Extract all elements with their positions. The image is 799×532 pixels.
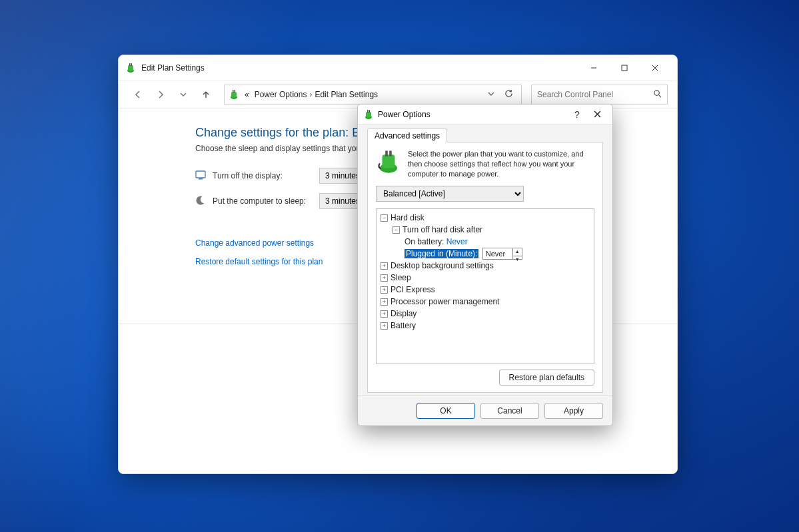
svg-rect-10 (233, 90, 234, 93)
expand-icon[interactable]: + (381, 274, 388, 282)
svg-rect-28 (385, 150, 388, 156)
tree-turn-off-hd[interactable]: Turn off hard disk after (402, 225, 482, 234)
help-button[interactable]: ? (567, 109, 587, 120)
svg-rect-3 (131, 63, 133, 66)
sleep-timeout-label: Put the computer to sleep: (213, 196, 319, 206)
svg-line-13 (658, 95, 661, 97)
power-options-icon (229, 89, 239, 100)
svg-rect-11 (235, 90, 236, 93)
svg-rect-1 (128, 65, 133, 71)
display-icon (195, 170, 209, 182)
dialog-title: Power Options (378, 110, 430, 119)
breadcrumb-edit-plan[interactable]: Edit Plan Settings (312, 90, 381, 99)
settings-tree[interactable]: −Hard disk −Turn off hard disk after On … (376, 208, 594, 364)
svg-rect-27 (383, 154, 395, 168)
svg-rect-23 (369, 110, 371, 113)
tree-sleep[interactable]: Sleep (391, 273, 411, 282)
ok-button[interactable]: OK (416, 403, 475, 419)
apply-button[interactable]: Apply (544, 403, 603, 419)
minimize-button[interactable] (578, 57, 609, 79)
restore-plan-defaults-button[interactable]: Restore plan defaults (499, 370, 594, 386)
svg-rect-19 (199, 178, 203, 180)
back-button[interactable] (128, 85, 148, 105)
plugged-in-label[interactable]: Plugged in (Minute): (404, 249, 478, 258)
svg-rect-9 (231, 92, 237, 97)
svg-rect-2 (129, 63, 131, 66)
cancel-button[interactable]: Cancel (480, 403, 539, 419)
address-bar[interactable]: « Power Options › Edit Plan Settings (224, 85, 522, 105)
tab-panel: Select the power plan that you want to c… (367, 142, 603, 393)
plugged-in-value[interactable]: Never (483, 248, 512, 259)
svg-rect-22 (367, 110, 369, 113)
spinner-down[interactable]: ▼ (513, 256, 522, 264)
collapse-icon[interactable]: − (393, 226, 400, 234)
search-icon[interactable] (653, 89, 662, 100)
tree-battery[interactable]: Battery (391, 321, 416, 330)
window-title: Edit Plan Settings (141, 63, 205, 73)
expand-icon[interactable]: + (381, 262, 388, 270)
maximize-button[interactable] (609, 57, 640, 79)
dialog-intro-text: Select the power plan that you want to c… (408, 149, 594, 179)
tree-hard-disk[interactable]: Hard disk (391, 213, 424, 222)
expand-icon[interactable]: + (381, 310, 388, 318)
power-plan-select[interactable]: Balanced [Active] (376, 186, 524, 202)
up-button[interactable] (196, 85, 216, 105)
tab-advanced-settings[interactable]: Advanced settings (367, 129, 447, 142)
tree-pci[interactable]: PCI Express (391, 285, 435, 294)
svg-point-12 (654, 91, 659, 95)
svg-rect-5 (622, 65, 627, 71)
power-options-icon (125, 63, 136, 73)
address-dropdown[interactable] (482, 90, 500, 99)
power-plan-icon (376, 149, 401, 174)
display-timeout-label: Turn off the display: (213, 171, 319, 180)
svg-rect-29 (389, 150, 392, 156)
collapse-icon[interactable]: − (381, 214, 388, 222)
refresh-button[interactable] (500, 89, 517, 100)
expand-icon[interactable]: + (381, 286, 388, 294)
expand-icon[interactable]: + (381, 298, 388, 306)
tree-processor[interactable]: Processor power management (391, 297, 499, 306)
breadcrumb-power-options[interactable]: Power Options (252, 90, 310, 99)
search-input[interactable] (537, 90, 653, 99)
svg-rect-21 (366, 112, 371, 117)
power-options-icon (363, 109, 374, 120)
spinner-up[interactable]: ▲ (513, 248, 522, 256)
dialog-titlebar: Power Options ? (358, 105, 612, 125)
tree-display[interactable]: Display (391, 309, 416, 318)
on-battery-label: On battery: (404, 237, 444, 246)
on-battery-value[interactable]: Never (446, 237, 468, 246)
dialog-close-button[interactable] (587, 109, 607, 120)
moon-icon (195, 195, 209, 207)
svg-rect-18 (196, 171, 205, 178)
expand-icon[interactable]: + (381, 322, 388, 330)
dialog-footer: OK Cancel Apply (358, 396, 612, 425)
close-button[interactable] (640, 57, 670, 79)
power-options-dialog: Power Options ? Advanced settings Select… (357, 104, 613, 426)
tree-desktop-bg[interactable]: Desktop background settings (391, 261, 494, 270)
plugged-in-spinner[interactable]: Never ▲ ▼ (482, 248, 522, 260)
recent-dropdown[interactable] (173, 85, 193, 105)
search-box[interactable] (531, 85, 668, 105)
breadcrumb-root[interactable]: « (242, 90, 252, 99)
titlebar: Edit Plan Settings (119, 55, 677, 81)
forward-button[interactable] (151, 85, 171, 105)
